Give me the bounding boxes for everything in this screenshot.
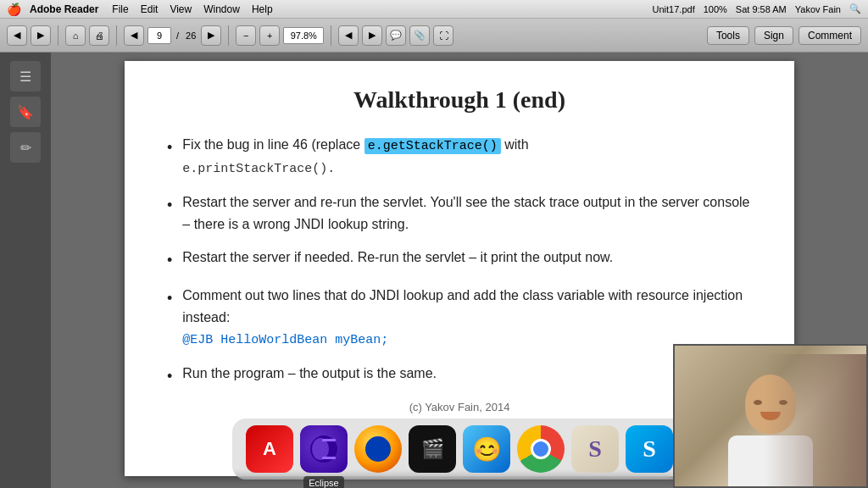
menu-window[interactable]: Window (203, 3, 240, 15)
document-area: Walkthrough 1 (end) • Fix the bug in lin… (51, 53, 868, 488)
home-btn[interactable]: ⌂ (65, 25, 86, 46)
zoom-out-btn[interactable]: − (236, 25, 256, 46)
dock-icon-adobe[interactable]: A (246, 425, 293, 473)
bullet-item-3: • Restart the server if needed. Re-run t… (167, 247, 752, 273)
comment-panel-btn[interactable]: Comment (798, 26, 861, 45)
toolbar-separator-4 (331, 25, 331, 46)
dock-icon-slack[interactable]: S (571, 425, 619, 473)
webcam-video (675, 346, 866, 486)
toolbar-right-actions: Tools Sign Comment (707, 26, 861, 45)
prev-page-btn[interactable]: ◀ (124, 25, 144, 46)
bullet-item-1: • Fix the bug in line 46 (replace e.getS… (167, 134, 752, 180)
movie-icon[interactable]: 🎬 (409, 425, 456, 473)
bullet-text-1: Fix the bug in line 46 (replace e.getSta… (182, 134, 752, 180)
filename: Unit17.pdf (653, 4, 695, 14)
bullet-item-2: • Restart the server and re-run the serv… (167, 191, 752, 235)
apple-logo-icon[interactable]: 🍎 (7, 3, 21, 16)
clock: Sat 9:58 AM (736, 4, 787, 14)
sidebar-edit-icon[interactable]: ✏ (10, 132, 41, 163)
forward-btn[interactable]: ▶ (31, 25, 51, 46)
dock-icon-skype[interactable]: S (626, 425, 673, 473)
page-separator: / (176, 30, 179, 41)
webcam-overlay (673, 344, 868, 488)
finder-icon[interactable]: 😊 (463, 425, 510, 473)
bullet-text-3: Restart the server if needed. Re-run the… (182, 247, 752, 273)
svg-rect-3 (322, 457, 336, 459)
page-total: 26 (186, 30, 196, 41)
dock-icon-movie[interactable]: 🎬 (409, 425, 456, 473)
menubar: 🍎 Adobe Reader File Edit View Window Hel… (0, 0, 868, 19)
dock-icon-chrome[interactable] (517, 425, 565, 473)
print-btn[interactable]: 🖨 (89, 25, 109, 46)
bullet-item-5: • Run the program – the output is the sa… (167, 363, 752, 389)
menu-file[interactable]: File (112, 3, 128, 15)
menu-help[interactable]: Help (252, 3, 273, 15)
comment-btn[interactable]: 💬 (386, 25, 406, 46)
bullet-item-4: • Comment out two lines that do JNDI loo… (167, 285, 752, 351)
eclipse-tooltip: Eclipse (303, 476, 343, 488)
skype-icon[interactable]: S (626, 425, 673, 473)
zoom-in-btn[interactable]: + (259, 25, 280, 46)
dock-icon-firefox[interactable] (354, 425, 402, 473)
bullet-marker-2: • (167, 193, 172, 235)
bullet-text-2: Restart the server and re-run the servle… (182, 191, 752, 235)
svg-rect-2 (322, 439, 336, 441)
zoom-input[interactable] (283, 27, 324, 44)
expand-btn[interactable]: ⛶ (433, 25, 453, 46)
slack-icon[interactable]: S (571, 425, 619, 473)
scroll-prev-btn[interactable]: ◀ (338, 25, 359, 46)
eclipse-icon[interactable] (300, 425, 348, 473)
chrome-icon[interactable] (517, 425, 565, 473)
dock-icon-finder[interactable]: 😊 (463, 425, 510, 473)
dock: A Eclipse (232, 419, 687, 480)
sign-btn[interactable]: Sign (754, 26, 793, 45)
footnote: (c) Yakov Fain, 2014 (167, 401, 752, 413)
toolbar-separator-3 (228, 25, 229, 46)
code-highlight-getStackTrace: e.getStackTrace() (364, 138, 501, 154)
firefox-icon[interactable] (354, 425, 402, 473)
main-area: ☰ 🔖 ✏ Walkthrough 1 (end) • Fix the bug … (0, 53, 868, 488)
pdf-title: Walkthrough 1 (end) (167, 86, 752, 114)
username: Yakov Fain (795, 4, 841, 14)
menu-edit[interactable]: Edit (141, 3, 159, 15)
toolbar-separator-1 (58, 25, 58, 46)
bullet-marker-5: • (167, 364, 172, 389)
toolbar: ◀ ▶ ⌂ 🖨 ◀ / 26 ▶ − + ◀ ▶ 💬 📎 ⛶ Tools Sig… (0, 19, 868, 53)
adobe-icon[interactable]: A (246, 425, 293, 473)
chrome-inner-circle (531, 439, 551, 459)
attach-btn[interactable]: 📎 (409, 25, 430, 46)
code-inline-printStackTrace: e.printStackTrace(). (182, 162, 335, 176)
back-btn[interactable]: ◀ (7, 25, 27, 46)
left-sidebar: ☰ 🔖 ✏ (0, 53, 51, 488)
app-name[interactable]: Adobe Reader (30, 3, 98, 15)
bullet-marker-4: • (167, 286, 172, 351)
bullet-marker-3: • (167, 248, 172, 273)
next-page-btn[interactable]: ▶ (201, 25, 221, 46)
bullet-marker-1: • (167, 136, 172, 180)
search-icon[interactable]: 🔍 (849, 3, 861, 14)
dock-icon-eclipse[interactable]: Eclipse (300, 425, 348, 473)
battery: 100% (704, 4, 727, 14)
toolbar-separator-2 (116, 25, 117, 46)
code-ejb: @EJB HelloWorldBean myBean; (182, 333, 388, 347)
scroll-next-btn[interactable]: ▶ (362, 25, 382, 46)
pdf-content: • Fix the bug in line 46 (replace e.getS… (167, 134, 752, 389)
page-input[interactable] (147, 27, 171, 44)
bullet-text-5: Run the program – the output is the same… (182, 363, 752, 389)
menu-view[interactable]: View (170, 3, 192, 15)
sidebar-bookmarks-icon[interactable]: 🔖 (10, 97, 41, 127)
sidebar-pages-icon[interactable]: ☰ (10, 61, 41, 92)
tools-btn[interactable]: Tools (707, 26, 749, 45)
bullet-text-4: Comment out two lines that do JNDI looku… (182, 285, 752, 351)
menubar-right: Unit17.pdf 100% Sat 9:58 AM Yakov Fain 🔍 (653, 3, 861, 14)
